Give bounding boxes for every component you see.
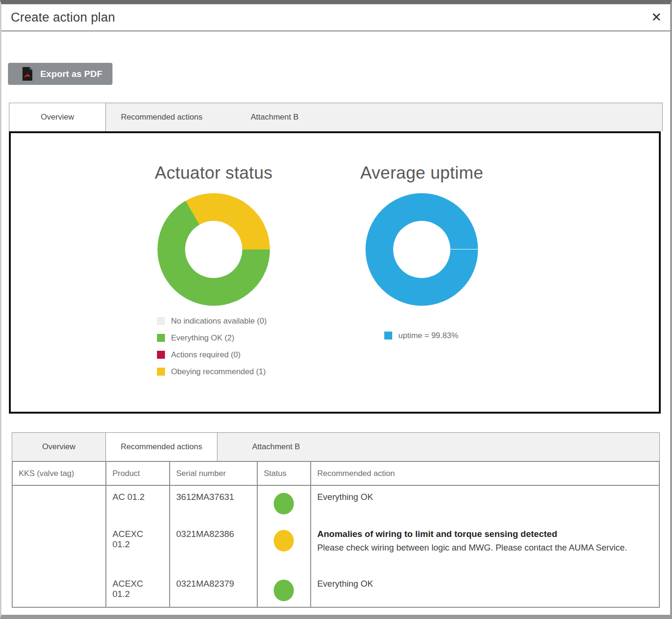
table-row: AC 01.2 3612MA37631 Everything OK <box>12 485 659 523</box>
status-ok-dot <box>274 580 294 601</box>
legend-swatch-actions-required <box>157 351 165 359</box>
overview-chart-panel: Actuator status No indications available… <box>9 131 661 414</box>
recommended-actions-table: KKS (valve tag) Product Serial number St… <box>12 461 660 608</box>
tab-bar-top: Overview Recommended actions Attachment … <box>9 103 663 131</box>
pdf-file-icon <box>22 67 33 81</box>
cell-serial: 0321MA82386 <box>170 523 257 573</box>
action-text: Everything OK <box>317 492 652 502</box>
tab-bottom-attachment-b[interactable]: Attachment B <box>217 433 335 461</box>
actuator-status-donut <box>157 193 270 306</box>
cell-kks <box>12 523 106 573</box>
table-header-row: KKS (valve tag) Product Serial number St… <box>12 461 659 485</box>
legend-item: Obeying recommended (1) <box>157 365 317 378</box>
legend-swatch-no-indications <box>157 317 165 325</box>
tab-bar-bottom-filler <box>335 433 659 461</box>
actuator-status-chart: Actuator status No indications available… <box>111 163 317 412</box>
export-pdf-button[interactable]: Export as PDF <box>8 63 112 85</box>
cell-kks <box>12 485 106 523</box>
tab-bottom-overview[interactable]: Overview <box>12 433 106 461</box>
header-serial: Serial number <box>170 461 257 485</box>
action-bold-text: Anomalies of wiring to limit and torque … <box>317 529 652 539</box>
header-product: Product <box>106 461 170 485</box>
tab-bottom-recommended-actions[interactable]: Recommended actions <box>106 433 217 461</box>
cell-status <box>257 485 311 523</box>
close-icon[interactable]: ✕ <box>651 11 662 24</box>
cell-action: Everything OK <box>311 573 659 607</box>
page-title: Create action plan <box>11 10 651 25</box>
header-recommended-action: Recommended action <box>311 461 659 485</box>
legend-item: uptime = 99.83% <box>384 329 525 342</box>
cell-serial: 0321MA82379 <box>170 573 257 607</box>
status-warning-dot <box>274 530 294 551</box>
tab-top-overview[interactable]: Overview <box>9 103 106 131</box>
action-text: Everything OK <box>317 579 652 589</box>
legend-item: No indications available (0) <box>157 315 317 327</box>
cell-status <box>257 523 311 573</box>
cell-serial: 3612MA37631 <box>170 485 257 523</box>
action-text: Please check wiring between logic and MW… <box>317 543 652 553</box>
cell-product: ACEXC 01.2 <box>106 523 170 573</box>
legend-label: Obeying recommended (1) <box>171 367 266 377</box>
header-status: Status <box>257 461 311 485</box>
legend-item: Actions required (0) <box>157 348 317 361</box>
legend-label: Everything OK (2) <box>171 333 234 343</box>
donut-hole <box>393 221 450 278</box>
legend-label: uptime = 99.83% <box>398 331 458 340</box>
cell-kks <box>12 573 106 607</box>
actuator-status-title: Actuator status <box>111 163 317 183</box>
donut-hole <box>185 221 242 278</box>
cell-product: AC 01.2 <box>106 485 170 523</box>
table-row: ACEXC 01.2 0321MA82379 Everything OK <box>12 573 659 607</box>
cell-action: Everything OK <box>311 485 659 523</box>
cell-status <box>257 573 311 607</box>
legend-item: Everything OK (2) <box>157 332 317 344</box>
average-uptime-legend: uptime = 99.83% <box>319 329 525 342</box>
average-uptime-donut <box>366 193 478 306</box>
create-action-plan-dialog: Create action plan ✕ Export as PDF Overv… <box>0 0 672 619</box>
export-pdf-label: Export as PDF <box>40 69 102 79</box>
cell-product: ACEXC 01.2 <box>106 573 170 607</box>
average-uptime-title: Average uptime <box>319 163 525 183</box>
actuator-status-legend: No indications available (0) Everything … <box>111 315 317 378</box>
header-kks: KKS (valve tag) <box>12 461 106 485</box>
tab-bar-bottom: Overview Recommended actions Attachment … <box>12 432 660 461</box>
legend-swatch-everything-ok <box>157 334 165 342</box>
table-row: ACEXC 01.2 0321MA82386 Anomalies of wiri… <box>12 523 659 573</box>
tab-top-recommended-actions[interactable]: Recommended actions <box>106 103 217 131</box>
status-ok-dot <box>274 493 294 514</box>
recommended-actions-section: Overview Recommended actions Attachment … <box>12 432 660 608</box>
legend-label: Actions required (0) <box>171 350 240 360</box>
legend-swatch-uptime <box>384 332 392 340</box>
tab-top-attachment-b[interactable]: Attachment B <box>217 103 332 131</box>
tab-bar-top-filler <box>332 103 662 131</box>
legend-swatch-obeying-recommended <box>157 368 165 376</box>
legend-label: No indications available (0) <box>171 317 267 326</box>
dialog-titlebar: Create action plan ✕ <box>1 4 670 31</box>
average-uptime-chart: Average uptime uptime = 99.83% <box>319 163 525 412</box>
cell-action: Anomalies of wiring to limit and torque … <box>311 523 659 573</box>
